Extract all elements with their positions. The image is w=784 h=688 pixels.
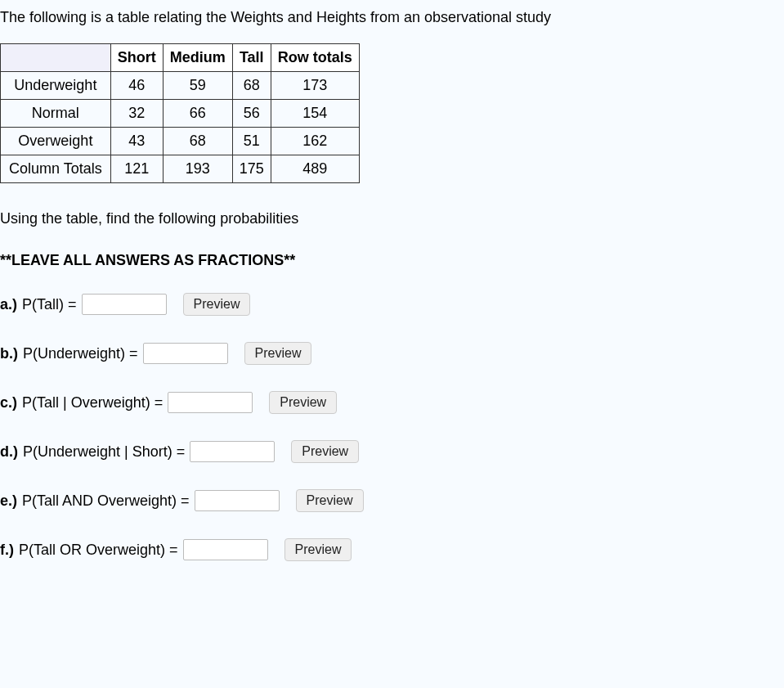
table-cell: 175 (232, 155, 271, 183)
preview-button-c[interactable]: Preview (269, 391, 337, 414)
question-d: d.) P(Underweight | Short) = Preview (0, 440, 784, 463)
answer-input-c[interactable] (168, 392, 253, 413)
table-row: Normal 32 66 56 154 (1, 100, 360, 128)
row-label: Normal (1, 100, 111, 128)
row-label: Underweight (1, 72, 111, 100)
question-text: P(Underweight | Short) = (23, 441, 185, 463)
row-label: Column Totals (1, 155, 111, 183)
table-header-medium: Medium (163, 44, 232, 72)
intro-text: The following is a table relating the We… (0, 7, 784, 29)
question-c: c.) P(Tall | Overweight) = Preview (0, 391, 784, 414)
table-cell: 489 (271, 155, 359, 183)
table-row: Column Totals 121 193 175 489 (1, 155, 360, 183)
preview-button-b[interactable]: Preview (244, 342, 312, 365)
question-text: P(Tall AND Overweight) = (22, 490, 190, 512)
question-label: e.) (0, 490, 17, 512)
table-cell: 66 (163, 100, 232, 128)
question-label: a.) (0, 294, 17, 316)
question-label: f.) (0, 539, 14, 561)
table-cell: 173 (271, 72, 359, 100)
table-cell: 162 (271, 128, 359, 155)
table-cell: 154 (271, 100, 359, 128)
answer-input-a[interactable] (82, 294, 167, 315)
answer-input-d[interactable] (190, 441, 275, 462)
preview-button-d[interactable]: Preview (291, 440, 359, 463)
question-a: a.) P(Tall) = Preview (0, 293, 784, 316)
preview-button-a[interactable]: Preview (183, 293, 251, 316)
table-header-rowtotals: Row totals (271, 44, 359, 72)
question-text: P(Tall) = (22, 294, 77, 316)
question-label: d.) (0, 441, 18, 463)
question-f: f.) P(Tall OR Overweight) = Preview (0, 538, 784, 561)
table-cell: 68 (163, 128, 232, 155)
table-header-tall: Tall (232, 44, 271, 72)
table-header-short: Short (110, 44, 163, 72)
question-label: b.) (0, 343, 18, 365)
data-table: Short Medium Tall Row totals Underweight… (0, 43, 360, 183)
question-b: b.) P(Underweight) = Preview (0, 342, 784, 365)
subhead-text: Using the table, find the following prob… (0, 208, 784, 230)
answer-input-f[interactable] (183, 539, 268, 560)
answer-input-e[interactable] (195, 490, 280, 511)
instruction-text: **LEAVE ALL ANSWERS AS FRACTIONS** (0, 250, 784, 272)
table-header-row: Short Medium Tall Row totals (1, 44, 360, 72)
table-row: Underweight 46 59 68 173 (1, 72, 360, 100)
table-cell: 56 (232, 100, 271, 128)
table-cell: 43 (110, 128, 163, 155)
table-cell: 46 (110, 72, 163, 100)
table-cell: 68 (232, 72, 271, 100)
question-text: P(Tall | Overweight) = (22, 392, 163, 414)
table-cell: 32 (110, 100, 163, 128)
preview-button-e[interactable]: Preview (296, 489, 364, 512)
preview-button-f[interactable]: Preview (284, 538, 352, 561)
answer-input-b[interactable] (143, 343, 228, 364)
question-text: P(Tall OR Overweight) = (19, 539, 178, 561)
table-row: Overweight 43 68 51 162 (1, 128, 360, 155)
table-cell: 59 (163, 72, 232, 100)
table-header-blank (1, 44, 111, 72)
table-cell: 121 (110, 155, 163, 183)
question-text: P(Underweight) = (23, 343, 138, 365)
table-cell: 51 (232, 128, 271, 155)
question-label: c.) (0, 392, 17, 414)
row-label: Overweight (1, 128, 111, 155)
table-cell: 193 (163, 155, 232, 183)
question-e: e.) P(Tall AND Overweight) = Preview (0, 489, 784, 512)
